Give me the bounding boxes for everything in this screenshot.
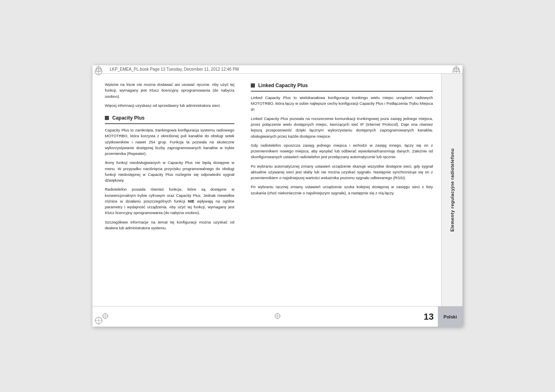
capacity-plus-section: Capacity Plus Capacity Plus to zamknięta…	[105, 114, 234, 231]
capacity-plus-heading: Capacity Plus	[105, 114, 234, 124]
linked-capacity-plus-title: Linked Capacity Plus	[258, 82, 308, 89]
bottom-crosshair-center	[274, 312, 281, 321]
intro-section: Wpisów na liście nie można dodawać ani u…	[105, 82, 234, 108]
heading-square-icon	[105, 116, 109, 120]
nie-bold: NIE	[188, 199, 194, 203]
page: LKP_EMEA_PL.book Page 13 Tuesday, Decemb…	[92, 65, 462, 327]
main-content: Wpisów na liście nie można dodawać ani u…	[92, 74, 462, 306]
vertical-tab-text: Elementy regulacyjne radiotelefonu	[450, 148, 455, 232]
header-crosshair-left	[95, 65, 102, 74]
left-column: Wpisów na liście nie można dodawać ani u…	[92, 74, 245, 306]
lcp-heading-square-icon	[251, 83, 255, 88]
language-badge: Polski	[438, 307, 462, 327]
lcp-para-2: Linked Capacity Plus pozwala na rozszerz…	[251, 116, 433, 139]
cp-para-3: Radiotelefon posiada również funkcje, kt…	[105, 187, 234, 216]
right-column: Linked Capacity Plus Linked Capacity Plu…	[245, 74, 441, 306]
intro-para-1: Wpisów na liście nie można dodawać ani u…	[105, 82, 234, 99]
lcp-para-5: Po wybraniu ręcznej zmiany ustawień urzą…	[251, 184, 433, 196]
header-bar: LKP_EMEA_PL.book Page 13 Tuesday, Decemb…	[92, 65, 462, 74]
bottom-bar: 13 Polski	[92, 306, 462, 327]
lcp-para-3: Gdy radiotelefon opuszcza zasięg jednego…	[251, 143, 433, 160]
language-label: Polski	[444, 314, 457, 319]
lcp-para-1: Linked Capacity Plus to wielokanałowa ko…	[251, 95, 433, 113]
linked-capacity-plus-section: Linked Capacity Plus Linked Capacity Plu…	[251, 82, 433, 196]
intro-para-2: Więcej informacji uzyskasz od sprzedawcy…	[105, 103, 234, 108]
file-info: LKP_EMEA_PL.book Page 13 Tuesday, Decemb…	[110, 67, 239, 71]
lcp-para-4: Po wybraniu automatycznej zmiany ustawie…	[251, 164, 433, 181]
cp-para-1: Capacity Plus to zamknięta, trankingowa …	[105, 127, 234, 157]
bottom-crosshair-left	[102, 312, 109, 321]
linked-capacity-plus-heading: Linked Capacity Plus	[251, 82, 433, 92]
cp-para-4: Szczegółowe informacje na temat tej konf…	[105, 219, 234, 231]
header-crosshair-right	[453, 65, 460, 74]
cp-para-2: Ikony funkcji nieobsługiwanych w Capacit…	[105, 160, 234, 183]
capacity-plus-title: Capacity Plus	[112, 114, 145, 122]
page-number: 13	[424, 311, 434, 322]
vertical-tab: Elementy regulacyjne radiotelefonu	[441, 74, 462, 306]
